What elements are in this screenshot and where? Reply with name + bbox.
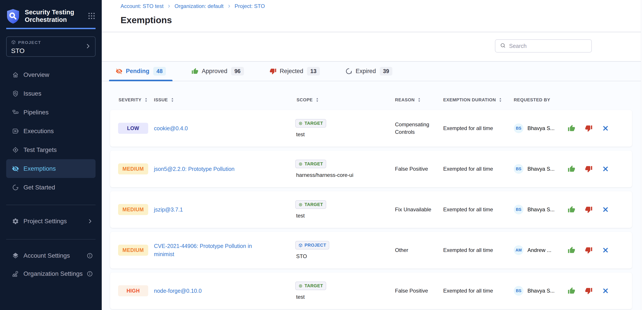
severity-cell: MEDIUM [110,245,154,256]
sidebar-item-get-started[interactable]: Get Started [6,178,96,197]
sort-icon[interactable] [499,97,502,102]
avatar: BS [514,164,524,174]
column-header-scope[interactable]: SCOPE [296,97,395,102]
table-header: SEVERITYISSUESCOPEREASONEXEMPTION DURATI… [102,81,644,110]
sidebar-accent-rule [6,28,96,29]
approve-button[interactable] [568,246,575,254]
scope-cell: TARGETtest [295,200,395,219]
column-header-exemption-duration[interactable]: EXEMPTION DURATION [443,97,514,102]
exemption-row[interactable]: LOWcookie@0.4.0TARGETtestCompensating Co… [110,110,632,147]
sort-icon[interactable] [418,97,421,102]
clock-alert-icon [346,68,352,75]
cancel-button[interactable] [602,165,609,172]
reject-button[interactable] [585,165,592,173]
sidebar-item-issues[interactable]: Issues [6,84,96,103]
shield-search-icon [12,90,19,97]
column-header-severity[interactable]: SEVERITY [110,97,154,102]
reject-button[interactable] [585,125,592,132]
search-input[interactable] [509,43,582,49]
approve-button[interactable] [568,287,575,295]
cancel-button[interactable] [602,247,609,254]
sort-icon[interactable] [316,97,319,102]
severity-badge: LOW [118,123,148,134]
cancel-button[interactable] [602,288,609,294]
row-actions [562,125,632,132]
exemption-row[interactable]: MEDIUMjson5@2.2.0: Prototype PollutionTA… [110,151,632,187]
scrollbar-track[interactable] [641,0,644,310]
scope-cell: TARGETtest [295,119,395,138]
approve-button[interactable] [568,125,575,132]
app-title-line2: Orchestration [25,16,74,23]
sidebar-item-organization-settings[interactable]: Organization Settings [6,265,96,283]
issue-link[interactable]: json5@2.2.0: Prototype Pollution [154,165,235,173]
search-icon [500,42,506,49]
project-selector-chevron-icon[interactable] [85,43,91,50]
breadcrumb-link[interactable]: Project: STO [235,3,265,9]
scope-name: test [295,294,305,300]
tab-approved[interactable]: Approved96 [185,62,250,81]
breadcrumb-link[interactable]: Organization: default [174,3,223,9]
sidebar-item-executions[interactable]: Executions [6,122,96,141]
requester-name: Bhavya S... [528,125,555,131]
approve-button[interactable] [568,206,575,213]
duration-cell: Exempted for all time [443,125,514,131]
tabs-bar: Pending48Approved96Rejected13Expired39 [102,61,644,81]
severity-badge: MEDIUM [118,204,148,215]
requester-name: Andrew ... [528,247,551,253]
severity-badge: MEDIUM [118,245,148,256]
approve-button[interactable] [568,165,575,173]
project-selector[interactable]: PROJECT STO [6,36,96,57]
reject-button[interactable] [585,246,592,254]
sidebar-item-exemptions[interactable]: Exemptions [6,159,96,178]
avatar: BS [514,123,524,133]
issue-link[interactable]: cookie@0.4.0 [154,124,188,133]
reason-cell: Fix Unavailable [395,206,439,213]
project-cube-icon [11,40,16,45]
severity-cell: MEDIUM [110,163,154,174]
exemption-row[interactable]: MEDIUMjszip@3.7.1TARGETtestFix Unavailab… [110,191,632,228]
home-icon [12,71,19,78]
column-header-reason[interactable]: REASON [395,97,443,102]
app-grid-icon[interactable] [88,12,96,21]
page-header: Account: STO testOrganization: defaultPr… [102,0,644,32]
breadcrumb-link[interactable]: Account: STO test [120,3,164,9]
exemption-row[interactable]: HIGHnode-forge@0.10.0TARGETtestFalse Pos… [110,273,632,309]
sort-icon[interactable] [171,97,174,102]
row-actions [562,246,632,254]
issue-link[interactable]: jszip@3.7.1 [154,206,183,214]
app-title-line1: Security Testing [25,8,74,16]
issue-link[interactable]: node-forge@0.10.0 [154,287,202,295]
sidebar-item-project-settings[interactable]: Project Settings [6,212,96,230]
exemption-row[interactable]: MEDIUMCVE-2021-44906: Prototype Pollutio… [110,232,632,269]
issue-link[interactable]: CVE-2021-44906: Prototype Pollution in m… [154,242,269,258]
cancel-button[interactable] [602,206,609,213]
severity-badge: HIGH [118,285,148,296]
sidebar-item-pipelines[interactable]: Pipelines [6,103,96,122]
target-scope-icon [298,121,303,126]
reason-cell: False Positive [395,165,439,173]
issue-cell: json5@2.2.0: Prototype Pollution [154,165,296,173]
tab-expired[interactable]: Expired39 [339,62,399,81]
sidebar-item-label: Exemptions [24,165,56,172]
sidebar-item-test-targets[interactable]: Test Targets [6,141,96,159]
reject-button[interactable] [585,206,592,213]
info-icon [87,271,93,277]
requester-name: Bhavya S... [528,206,555,213]
issue-cell: cookie@0.4.0 [154,124,296,133]
scope-type-badge: TARGET [295,119,326,128]
requested-by-cell: BSBhavya S... [514,286,562,296]
tab-rejected[interactable]: Rejected13 [263,62,326,81]
tab-count-badge: 13 [307,67,320,76]
sidebar-item-label: Overview [24,71,49,78]
tab-pending[interactable]: Pending48 [109,62,172,81]
app-logo-row: Security Testing Orchestration [6,0,96,24]
tab-count-badge: 96 [231,67,244,76]
cancel-button[interactable] [602,125,609,132]
severity-cell: MEDIUM [110,204,154,215]
reject-button[interactable] [585,287,592,295]
sidebar-item-account-settings[interactable]: Account Settings [6,247,96,265]
sidebar-item-overview[interactable]: Overview [6,65,96,84]
sort-icon[interactable] [145,97,148,102]
target-scope-icon [298,284,303,288]
column-header-issue[interactable]: ISSUE [154,97,296,102]
